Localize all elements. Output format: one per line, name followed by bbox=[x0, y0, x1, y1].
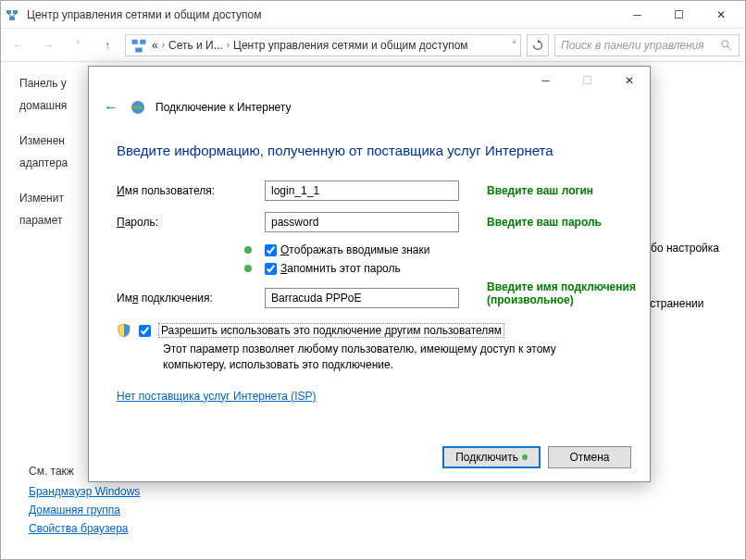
svg-rect-1 bbox=[13, 10, 18, 14]
connection-name-label: Имя подключения: bbox=[117, 292, 265, 305]
connect-button[interactable]: Подключить bbox=[442, 446, 541, 468]
minimize-button[interactable]: ─ bbox=[616, 1, 658, 28]
username-input[interactable] bbox=[265, 180, 459, 201]
dialog-maximize-button[interactable]: ☐ bbox=[566, 68, 608, 93]
toolbar: ← → ˅ ↑ « › Сеть и И... › Центр управлен… bbox=[1, 29, 745, 62]
share-checkbox[interactable] bbox=[139, 325, 151, 337]
shield-icon bbox=[117, 323, 131, 338]
svg-rect-6 bbox=[140, 39, 145, 44]
annotation-dot bbox=[244, 246, 252, 254]
dialog-minimize-button[interactable]: ─ bbox=[525, 68, 566, 93]
username-hint: Введите ваш логин bbox=[487, 184, 644, 197]
connection-name-input[interactable] bbox=[265, 288, 459, 308]
remember-label[interactable]: Запомнить этот пароль bbox=[280, 262, 401, 275]
search-placeholder: Поиск в панели управления bbox=[561, 39, 720, 52]
dialog-title: Подключение к Интернету bbox=[155, 101, 292, 114]
svg-rect-2 bbox=[9, 17, 15, 20]
svg-line-3 bbox=[8, 14, 12, 17]
crumb-current[interactable]: Центр управления сетями и общим доступом bbox=[233, 39, 468, 52]
window-title: Центр управления сетями и общим доступом bbox=[27, 8, 616, 21]
share-description: Этот параметр позволяет любому пользоват… bbox=[163, 342, 622, 373]
dialog-close-button[interactable]: ✕ bbox=[608, 68, 650, 93]
network-center-window: Центр управления сетями и общим доступом… bbox=[0, 0, 746, 560]
crumb-network[interactable]: Сеть и И... bbox=[168, 39, 223, 52]
password-hint: Введите ваш пароль bbox=[487, 216, 644, 229]
chevron-right-icon: › bbox=[162, 40, 165, 50]
up-arrow-icon[interactable]: ↑ bbox=[95, 33, 119, 57]
maximize-button[interactable]: ☐ bbox=[658, 1, 700, 28]
forward-arrow-icon[interactable]: → bbox=[36, 33, 60, 57]
show-chars-checkbox[interactable] bbox=[265, 244, 277, 256]
globe-icon bbox=[130, 99, 146, 116]
breadcrumb[interactable]: « › Сеть и И... › Центр управления сетям… bbox=[125, 34, 521, 56]
recent-dropdown-icon[interactable]: ˅ bbox=[66, 33, 90, 57]
dialog-header: ← Подключение к Интернету bbox=[89, 94, 650, 126]
svg-point-8 bbox=[722, 40, 728, 46]
no-isp-link[interactable]: Нет поставщика услуг Интернета (ISP) bbox=[117, 390, 317, 403]
svg-rect-0 bbox=[6, 10, 11, 14]
share-label[interactable]: Разрешить использовать это подключение д… bbox=[158, 323, 504, 338]
remember-checkbox[interactable] bbox=[265, 263, 277, 275]
network-icon bbox=[5, 7, 19, 22]
browser-props-link[interactable]: Свойства браузера bbox=[29, 522, 140, 535]
svg-rect-7 bbox=[135, 47, 143, 52]
crumb-root[interactable]: « bbox=[152, 39, 158, 52]
cancel-button[interactable]: Отмена bbox=[548, 446, 631, 468]
back-arrow-icon[interactable]: ← bbox=[6, 33, 31, 57]
close-button[interactable]: ✕ bbox=[700, 1, 741, 28]
annotation-dot bbox=[522, 454, 528, 460]
svg-line-9 bbox=[727, 45, 731, 49]
back-arrow-icon[interactable]: ← bbox=[102, 98, 120, 117]
password-input[interactable] bbox=[265, 212, 459, 232]
homegroup-link[interactable]: Домашняя группа bbox=[29, 504, 140, 516]
username-label: Имя пользователя: bbox=[117, 184, 265, 197]
firewall-link[interactable]: Брандмауэр Windows bbox=[29, 485, 140, 498]
dialog-titlebar: ─ ☐ ✕ bbox=[89, 67, 650, 94]
show-chars-label[interactable]: Отображать вводимые знаки bbox=[280, 243, 430, 256]
password-label: Пароль: bbox=[117, 216, 265, 229]
chevron-right-icon: › bbox=[227, 40, 230, 50]
refresh-icon bbox=[531, 39, 544, 52]
right-edge-text: т т ибо настройка устранении bbox=[644, 131, 719, 313]
network-icon bbox=[130, 36, 148, 55]
search-icon bbox=[720, 39, 733, 52]
chevron-down-icon[interactable]: ˅ bbox=[512, 40, 516, 50]
annotation-dot bbox=[244, 265, 252, 272]
dialog-headline: Введите информацию, полученную от постав… bbox=[117, 143, 622, 158]
connection-hint: Введите имя подключения (произвольное) bbox=[487, 280, 644, 306]
connect-dialog: ─ ☐ ✕ ← Подключение к Интернету Введите … bbox=[88, 66, 651, 482]
svg-line-4 bbox=[12, 14, 16, 17]
search-input[interactable]: Поиск в панели управления bbox=[554, 34, 740, 56]
refresh-button[interactable] bbox=[527, 34, 549, 56]
main-titlebar: Центр управления сетями и общим доступом… bbox=[1, 1, 745, 29]
svg-rect-5 bbox=[132, 39, 138, 44]
